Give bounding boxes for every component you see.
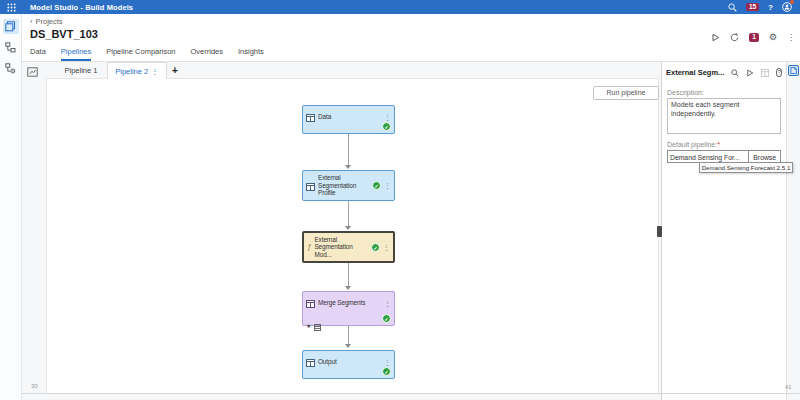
node-label: External Segmentation Mod... <box>314 236 368 258</box>
function-icon: ƒ <box>307 243 311 251</box>
back-chevron-icon: ‹ <box>30 17 33 26</box>
sidebar-item-data-flow[interactable] <box>3 40 19 55</box>
node-external-segmentation-model[interactable]: ƒ External Segmentation Mod... ✓ ⋮ <box>302 231 395 263</box>
node-merge-segments[interactable]: Merge Segments ⋮ ★ ✓ <box>302 291 395 326</box>
connector-line <box>348 326 349 344</box>
breadcrumb-label: Projects <box>36 17 63 26</box>
report-icon <box>314 317 321 335</box>
add-pipeline-button[interactable]: + <box>172 64 178 77</box>
panel-search-icon[interactable] <box>731 69 739 77</box>
favorite-star-icon: ★ <box>306 323 311 329</box>
node-output[interactable]: Output ⋮ ✓ <box>302 350 395 379</box>
tab-data[interactable]: Data <box>30 47 46 61</box>
table-icon <box>306 108 315 126</box>
more-options-icon[interactable]: ⋮ <box>787 34 795 42</box>
apps-grid-icon[interactable] <box>7 3 16 12</box>
panel-run-icon[interactable] <box>746 69 754 77</box>
node-label: Output <box>318 358 337 365</box>
settings-gear-icon[interactable]: ⚙ <box>769 33 777 42</box>
main-tab-bar: Data Pipelines Pipeline Comparison Overr… <box>22 46 800 62</box>
panel-help-icon[interactable]: ? <box>776 68 782 77</box>
status-complete-icon: ✓ <box>382 367 391 376</box>
avatar-status-dot <box>790 0 794 4</box>
required-asterisk: * <box>717 141 720 148</box>
table-icon <box>306 353 315 371</box>
help-icon[interactable]: ? <box>768 3 773 12</box>
hierarchy-gear-icon <box>5 60 16 78</box>
app-bar: Model Studio - Build Models 15 ? <box>0 0 800 14</box>
notifications-badge[interactable]: 15 <box>746 3 759 12</box>
status-complete-icon: ✓ <box>372 181 381 190</box>
connector-line <box>348 201 349 226</box>
connector-arrow-icon <box>345 344 351 348</box>
expand-panel-icon[interactable] <box>27 67 38 77</box>
refresh-icon[interactable] <box>730 33 739 42</box>
run-pipeline-button[interactable]: Run pipeline <box>593 86 659 100</box>
tab-insights[interactable]: Insights <box>238 47 264 61</box>
default-pipeline-label: Default pipeline:* <box>667 141 781 148</box>
status-complete-icon: ✓ <box>371 243 380 252</box>
node-data[interactable]: Data ⋮ ✓ <box>302 105 395 134</box>
node-menu-icon[interactable]: ⋮ <box>384 114 391 121</box>
panel-title: External Segm... <box>666 68 724 77</box>
connector-arrow-icon <box>345 165 351 169</box>
table-icon <box>306 294 315 312</box>
pipeline-tooltip: Demand Sensing Forecast 2.5.1 <box>699 162 793 173</box>
connector-line <box>348 263 349 286</box>
toggle-properties-panel-icon[interactable] <box>788 65 799 76</box>
pipeline-tab-1[interactable]: Pipeline 1 <box>55 64 107 77</box>
node-properties-panel: External Segm... ? Description: Models e… <box>661 62 786 400</box>
tab-pipelines[interactable]: Pipelines <box>61 47 91 61</box>
node-label: Data <box>318 113 331 120</box>
node-external-segmentation-profile[interactable]: External Segmentation Profile ✓ ⋮ <box>302 170 395 201</box>
node-menu-icon[interactable]: ⋮ <box>383 244 390 251</box>
connector-line <box>348 134 349 166</box>
connector-arrow-icon <box>345 286 351 290</box>
node-menu-icon[interactable]: ⋮ <box>384 300 391 307</box>
node-menu-icon[interactable]: ⋮ <box>384 359 391 366</box>
layered-pages-icon <box>5 18 16 36</box>
bottom-divider <box>0 393 800 394</box>
project-toolbar: 1 ⚙ ⋮ <box>711 33 795 42</box>
hierarchy-icon <box>5 39 16 57</box>
status-complete-icon: ✓ <box>382 314 391 323</box>
breadcrumb[interactable]: ‹ Projects <box>30 17 63 26</box>
node-menu-icon[interactable]: ⋮ <box>384 182 391 189</box>
search-icon[interactable] <box>728 3 737 12</box>
status-complete-icon: ✓ <box>382 122 391 131</box>
panel-header: External Segm... ? <box>662 62 786 82</box>
user-avatar[interactable] <box>782 2 792 12</box>
scroll-marker: 41 <box>785 384 792 390</box>
pipeline-tab-2[interactable]: Pipeline 2 ⋮ <box>107 62 167 79</box>
scroll-marker: 30 <box>31 383 38 389</box>
tab-pipeline-comparison[interactable]: Pipeline Comparison <box>106 47 175 61</box>
pipeline-tab-2-label: Pipeline 2 <box>115 67 148 76</box>
connector-arrow-icon <box>345 226 351 230</box>
tab-overrides[interactable]: Overrides <box>190 47 223 61</box>
sidebar-item-flow-settings[interactable] <box>3 61 19 76</box>
table-icon <box>306 177 315 195</box>
node-label: Merge Segments <box>318 299 365 306</box>
project-alert-badge[interactable]: 1 <box>749 33 759 42</box>
app-title: Model Studio - Build Models <box>30 3 133 12</box>
node-label: External Segmentation Profile <box>318 174 369 196</box>
description-textarea[interactable]: Models each segment independently. <box>667 98 781 134</box>
pipeline-tab-2-menu-icon[interactable]: ⋮ <box>151 67 159 76</box>
panel-splitter-handle[interactable] <box>657 226 662 237</box>
sidebar-item-build-models[interactable] <box>3 19 19 34</box>
page-title: DS_BVT_103 <box>30 28 98 40</box>
left-sidebar <box>0 14 22 400</box>
right-icon-strip <box>786 62 800 400</box>
run-project-icon[interactable] <box>711 33 720 42</box>
panel-results-icon[interactable] <box>761 69 769 77</box>
description-label: Description: <box>667 89 781 96</box>
